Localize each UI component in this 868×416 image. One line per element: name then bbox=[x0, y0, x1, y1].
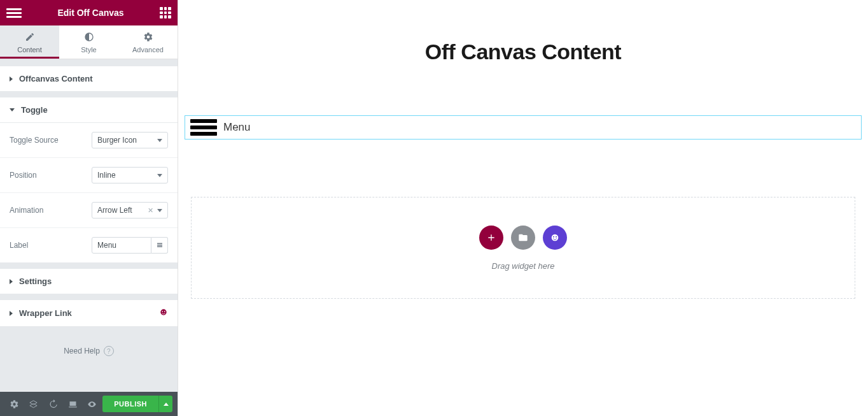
add-section-button[interactable] bbox=[479, 226, 503, 250]
section-header-wrapper-link[interactable]: Wrapper Link bbox=[0, 300, 178, 326]
section-title: Settings bbox=[19, 276, 52, 286]
control-label: Label bbox=[10, 241, 28, 250]
control-label: Toggle Source bbox=[10, 136, 59, 145]
svg-point-2 bbox=[164, 311, 165, 312]
chevron-down-icon bbox=[157, 139, 162, 142]
caret-up-icon bbox=[164, 403, 169, 406]
tab-content-label: Content bbox=[17, 46, 42, 54]
menu-hamburger-icon[interactable] bbox=[6, 5, 22, 20]
control-label: Position bbox=[10, 171, 37, 180]
section-toggle: Toggle Toggle Source Burger Icon Positio… bbox=[0, 97, 178, 263]
question-icon: ? bbox=[104, 346, 114, 356]
caret-right-icon bbox=[10, 311, 13, 316]
controls-panel: Offcanvas Content Toggle Toggle Source B… bbox=[0, 59, 178, 392]
preview-button[interactable] bbox=[83, 395, 102, 413]
dynamic-tags-button[interactable] bbox=[151, 237, 168, 254]
burger-icon bbox=[190, 118, 217, 137]
drop-zone-actions bbox=[479, 226, 567, 250]
section-header-settings[interactable]: Settings bbox=[0, 269, 178, 294]
sidebar-title: Edit Off Canvas bbox=[57, 8, 123, 18]
chevron-down-icon bbox=[157, 209, 162, 212]
position-select[interactable]: Inline bbox=[92, 167, 168, 183]
sidebar-footer: PUBLISH bbox=[0, 392, 178, 416]
section-header-offcanvas-content[interactable]: Offcanvas Content bbox=[0, 66, 178, 91]
tab-advanced[interactable]: Advanced bbox=[118, 25, 178, 59]
animation-select[interactable]: Arrow Left ✕ bbox=[92, 202, 168, 219]
control-label-field: Label bbox=[0, 228, 178, 262]
pencil-icon bbox=[0, 32, 59, 43]
tab-style[interactable]: Style bbox=[59, 25, 118, 59]
addon-badge-icon bbox=[159, 308, 168, 319]
need-help-text: Need Help bbox=[64, 347, 100, 355]
svg-point-1 bbox=[162, 311, 163, 312]
ai-button[interactable] bbox=[543, 226, 567, 250]
section-offcanvas-content: Offcanvas Content bbox=[0, 66, 178, 92]
control-animation: Animation Arrow Left ✕ bbox=[0, 193, 178, 228]
tab-content[interactable]: Content bbox=[0, 25, 59, 59]
caret-right-icon bbox=[10, 76, 13, 82]
editor-sidebar: Edit Off Canvas Content Style Advanced bbox=[0, 0, 178, 416]
contrast-icon bbox=[59, 32, 118, 43]
section-title: Toggle bbox=[21, 105, 48, 115]
offcanvas-widget[interactable]: Menu bbox=[185, 115, 862, 140]
section-title: Wrapper Link bbox=[19, 308, 72, 318]
navigator-button[interactable] bbox=[25, 395, 43, 413]
select-value: Arrow Left bbox=[97, 206, 132, 215]
template-library-button[interactable] bbox=[511, 226, 535, 250]
select-value: Burger Icon bbox=[97, 136, 137, 145]
section-toggle-body: Toggle Source Burger Icon Position Inlin… bbox=[0, 122, 178, 262]
page-title: Off Canvas Content bbox=[185, 39, 862, 64]
caret-down-icon bbox=[10, 108, 15, 111]
section-wrapper-link: Wrapper Link bbox=[0, 299, 178, 327]
need-help-link[interactable]: Need Help ? bbox=[0, 327, 178, 369]
caret-right-icon bbox=[10, 279, 13, 284]
drop-zone-text: Drag widget here bbox=[492, 261, 555, 271]
sidebar-header: Edit Off Canvas bbox=[0, 0, 178, 25]
widgets-grid-icon[interactable] bbox=[160, 7, 171, 18]
editor-tabs: Content Style Advanced bbox=[0, 25, 178, 59]
publish-button[interactable]: PUBLISH bbox=[102, 396, 158, 412]
publish-options-button[interactable] bbox=[158, 396, 172, 412]
settings-button[interactable] bbox=[5, 395, 24, 413]
tab-style-label: Style bbox=[81, 46, 96, 54]
chevron-down-icon bbox=[157, 174, 162, 177]
responsive-button[interactable] bbox=[64, 395, 82, 413]
svg-point-5 bbox=[556, 236, 557, 237]
section-title: Offcanvas Content bbox=[19, 74, 93, 83]
toggle-source-select[interactable]: Burger Icon bbox=[92, 132, 168, 148]
select-value: Inline bbox=[97, 171, 116, 180]
widget-label: Menu bbox=[223, 121, 251, 134]
control-position: Position Inline bbox=[0, 158, 178, 193]
tab-advanced-label: Advanced bbox=[132, 46, 164, 54]
gear-icon bbox=[118, 32, 178, 43]
label-input[interactable] bbox=[92, 237, 151, 254]
section-settings: Settings bbox=[0, 268, 178, 294]
control-toggle-source: Toggle Source Burger Icon bbox=[0, 123, 178, 158]
clear-icon[interactable]: ✕ bbox=[148, 206, 153, 215]
editor-canvas: Off Canvas Content Menu Drag widget here bbox=[178, 0, 868, 416]
drop-zone[interactable]: Drag widget here bbox=[191, 197, 855, 299]
svg-point-4 bbox=[553, 236, 554, 237]
section-header-toggle[interactable]: Toggle bbox=[0, 97, 178, 122]
history-button[interactable] bbox=[44, 395, 62, 413]
control-label: Animation bbox=[10, 206, 43, 215]
